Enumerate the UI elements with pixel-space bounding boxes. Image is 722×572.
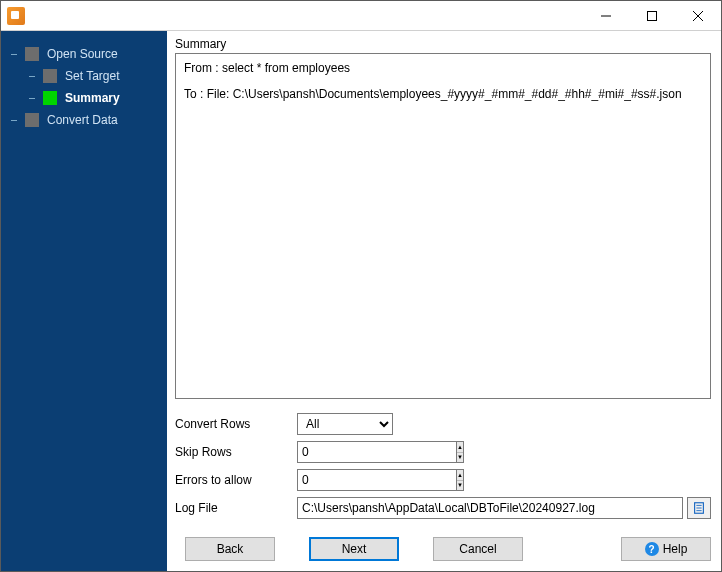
help-button[interactable]: ? Help <box>621 537 711 561</box>
step-box-icon <box>25 47 39 61</box>
convert-rows-label: Convert Rows <box>175 417 297 431</box>
errors-up-button[interactable]: ▲ <box>457 470 463 481</box>
sidebar-item-label: Convert Data <box>47 113 118 127</box>
logfile-browse-button[interactable] <box>687 497 711 519</box>
main-panel: Summary From : select * from employees T… <box>167 31 721 571</box>
maximize-icon <box>647 11 657 21</box>
step-box-icon <box>43 91 57 105</box>
help-button-label: Help <box>663 542 688 556</box>
sidebar-item-open-source[interactable]: Open Source <box>7 43 167 65</box>
minimize-button[interactable] <box>583 1 629 31</box>
summary-heading: Summary <box>175 37 711 51</box>
errors-down-button[interactable]: ▼ <box>457 481 463 491</box>
errors-input[interactable] <box>297 469 456 491</box>
cancel-button[interactable]: Cancel <box>433 537 523 561</box>
close-icon <box>693 11 703 21</box>
summary-to-line: To : File: C:\Users\pansh\Documents\empl… <box>184 84 702 104</box>
skip-rows-input[interactable] <box>297 441 456 463</box>
wizard-button-row: Back Next Cancel ? Help <box>175 537 711 561</box>
app-icon <box>7 7 25 25</box>
maximize-button[interactable] <box>629 1 675 31</box>
convert-rows-select[interactable]: All <box>297 413 393 435</box>
errors-label: Errors to allow <box>175 473 297 487</box>
step-box-icon <box>43 69 57 83</box>
logfile-label: Log File <box>175 501 297 515</box>
svg-rect-1 <box>648 11 657 20</box>
back-button[interactable]: Back <box>185 537 275 561</box>
step-box-icon <box>25 113 39 127</box>
help-icon: ? <box>645 542 659 556</box>
sidebar-item-set-target[interactable]: Set Target <box>25 65 167 87</box>
summary-from-line: From : select * from employees <box>184 58 702 78</box>
summary-textarea[interactable]: From : select * from employees To : File… <box>175 53 711 399</box>
sidebar-item-convert-data[interactable]: Convert Data <box>7 109 167 131</box>
skip-rows-label: Skip Rows <box>175 445 297 459</box>
skip-rows-down-button[interactable]: ▼ <box>457 453 463 463</box>
sidebar-item-label: Summary <box>65 91 120 105</box>
next-button[interactable]: Next <box>309 537 399 561</box>
wizard-sidebar: Open Source Set Target Summary Convert D… <box>1 31 167 571</box>
close-button[interactable] <box>675 1 721 31</box>
sidebar-item-summary[interactable]: Summary <box>25 87 167 109</box>
sidebar-item-label: Open Source <box>47 47 118 61</box>
logfile-input[interactable] <box>297 497 683 519</box>
document-icon <box>692 501 706 515</box>
skip-rows-up-button[interactable]: ▲ <box>457 442 463 453</box>
minimize-icon <box>601 11 611 21</box>
sidebar-item-label: Set Target <box>65 69 119 83</box>
titlebar <box>1 1 721 31</box>
